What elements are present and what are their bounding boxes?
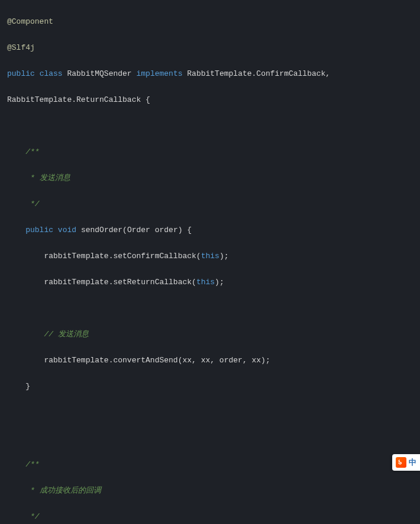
- code-line: * 成功接收后的回调: [7, 484, 420, 497]
- line-comment: // 发送消息: [44, 330, 88, 339]
- blank-line: [7, 406, 420, 419]
- code-line: rabbitTemplate.setConfirmCallback(this);: [7, 250, 420, 263]
- ime-floating-badge[interactable]: 中: [392, 454, 420, 471]
- class-name: RabbitMQSender: [67, 69, 131, 78]
- code-line: /**: [7, 458, 420, 471]
- ime-mode-label: 中: [409, 456, 416, 469]
- code-line: RabbitTemplate.ReturnCallback {: [7, 94, 420, 107]
- code-line: @Component: [7, 15, 420, 28]
- annotation: @Slf4j: [7, 43, 35, 52]
- interface-name: RabbitTemplate.ReturnCallback: [7, 95, 141, 104]
- code-line: /**: [7, 146, 420, 159]
- keyword-public: public: [7, 69, 35, 78]
- doc-close: */: [25, 200, 39, 208]
- brace-open: {: [146, 95, 150, 104]
- annotation: @Component: [7, 17, 53, 26]
- close-paren: );: [215, 278, 224, 287]
- comma: ,: [325, 69, 330, 78]
- doc-close: */: [25, 512, 39, 521]
- method-call: rabbitTemplate.convertAndSend(xx, xx, or…: [44, 356, 270, 365]
- blank-line: [7, 302, 420, 315]
- method-call: rabbitTemplate.setReturnCallback(: [44, 278, 196, 287]
- keyword-void: void: [58, 226, 76, 234]
- blank-line: [7, 120, 420, 133]
- params: (Order order) {: [122, 226, 192, 234]
- close-paren: );: [219, 252, 229, 261]
- blank-line: [7, 432, 420, 445]
- brace-close: }: [25, 382, 30, 391]
- code-line: public void sendOrder(Order order) {: [7, 224, 420, 237]
- doc-comment: * 发送消息: [25, 173, 70, 182]
- code-line: public class RabbitMQSender implements R…: [7, 67, 420, 81]
- doc-open: /**: [25, 460, 39, 469]
- code-line: * 发送消息: [7, 172, 420, 185]
- doc-open: /**: [25, 147, 39, 156]
- method-call: rabbitTemplate.setConfirmCallback(: [44, 252, 201, 261]
- code-line: rabbitTemplate.convertAndSend(xx, xx, or…: [7, 354, 420, 367]
- keyword-public: public: [25, 226, 53, 234]
- keyword-class: class: [40, 69, 63, 78]
- doc-comment: * 成功接收后的回调: [25, 486, 101, 495]
- code-line: // 发送消息: [7, 328, 420, 341]
- keyword-implements: implements: [136, 69, 182, 78]
- code-line: */: [7, 198, 420, 211]
- code-line: */: [7, 510, 420, 523]
- code-editor[interactable]: @Component @Slf4j public class RabbitMQS…: [0, 0, 420, 524]
- code-line: rabbitTemplate.setReturnCallback(this);: [7, 276, 420, 289]
- code-line: @Slf4j: [7, 41, 420, 54]
- sogou-ime-icon: [396, 457, 406, 468]
- interface-name: RabbitTemplate.ConfirmCallback: [187, 69, 325, 78]
- code-line: }: [7, 380, 420, 393]
- keyword-this: this: [196, 278, 215, 287]
- keyword-this: this: [201, 252, 219, 261]
- method-name: sendOrder: [81, 226, 122, 234]
